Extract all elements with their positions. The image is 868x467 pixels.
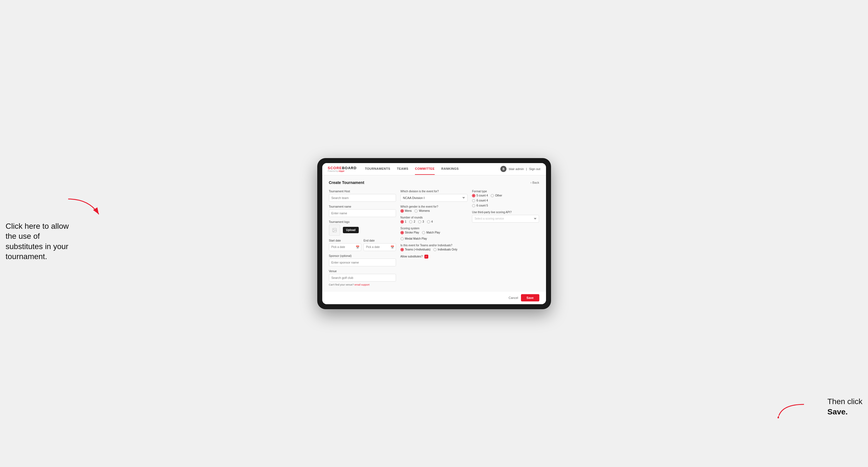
gender-womens[interactable]: Womens [414,209,430,213]
format-5count4-radio[interactable] [472,194,475,197]
navigation: SCOREBOARD Powered by clippd TOURNAMENTS… [322,163,546,175]
scoring-match[interactable]: Match Play [422,231,440,234]
scoring-match-radio[interactable] [422,231,425,234]
tournament-host-group: Tournament Host [329,190,396,202]
allow-substitutes-item: Allow substitutes? ✓ [400,255,468,258]
save-button[interactable]: Save [521,294,539,302]
format-5count4[interactable]: 5 count 4 [472,194,488,197]
logo-brand: clippd [338,170,344,172]
event-individuals[interactable]: Individuals Only [433,248,458,251]
upload-button[interactable]: Upload [343,227,359,233]
event-teams[interactable]: Teams (+Individuals) [400,248,431,251]
form-col-1: Tournament Host Tournament name Tourname… [329,190,396,286]
back-link[interactable]: Back [530,181,539,184]
page-content: Create Tournament Back Tournament Host T… [322,175,546,291]
annotation-right: Then click Save. [827,397,862,417]
rounds-1[interactable]: 1 [400,220,407,223]
rounds-2-radio[interactable] [409,220,412,223]
gender-radio-group: Mens Womens [400,209,468,213]
scoring-stroke-label: Stroke Play [405,231,419,234]
rounds-1-label: 1 [405,220,407,223]
end-date-label: End date [364,239,396,242]
tournament-logo-label: Tournament logo [329,220,396,223]
page-footer: Cancel Save [322,291,546,304]
format-6count5-label: 6 count 5 [476,204,488,207]
event-type-radio-group: Teams (+Individuals) Individuals Only [400,248,468,251]
gender-label: Which gender is the event for? [400,205,468,208]
rounds-2-label: 2 [413,220,415,223]
scoring-api-select[interactable]: Select a scoring service [472,215,539,223]
tournament-name-group: Tournament name [329,205,396,217]
format-row-1: 5 count 4 Other [472,194,539,197]
rounds-3-radio[interactable] [418,220,421,223]
rounds-2[interactable]: 2 [409,220,415,223]
tablet-screen: SCOREBOARD Powered by clippd TOURNAMENTS… [322,163,546,304]
nav-separator: | [526,167,527,170]
start-date-label: Start date [329,239,362,242]
scoring-api-label: Use third-party live scoring API? [472,211,539,214]
tournament-host-input[interactable] [329,194,396,202]
format-6count4-label: 6 count 4 [476,199,488,202]
nav-committee[interactable]: COMMITTEE [415,163,435,175]
scoring-medal[interactable]: Medal Match Play [400,237,427,241]
event-teams-radio[interactable] [400,248,404,251]
allow-substitutes-checkbox[interactable]: ✓ [425,255,428,258]
cancel-button[interactable]: Cancel [509,296,518,300]
scoring-match-label: Match Play [426,231,440,234]
sponsor-group: Sponsor (optional) [329,254,396,266]
start-date-wrap: 📅 [329,243,362,251]
format-6count5-radio[interactable] [472,204,475,207]
rounds-4[interactable]: 4 [427,220,433,223]
gender-mens-label: Mens [405,209,412,212]
rounds-3-label: 3 [423,220,424,223]
nav-tournaments[interactable]: TOURNAMENTS [365,163,390,175]
nav-rankings[interactable]: RANKINGS [441,163,459,175]
division-group: Which division is the event for? NCAA Di… [400,190,468,202]
format-other[interactable]: Other [491,194,502,197]
rounds-3[interactable]: 3 [418,220,424,223]
format-other-label: Other [495,194,502,197]
format-6count4-radio[interactable] [472,199,475,202]
rounds-1-dot [401,221,403,223]
scoring-medal-radio[interactable] [400,237,404,241]
format-options: 5 count 4 Other 6 count 4 [472,194,539,207]
start-date-group: Start date 📅 [329,239,362,251]
venue-input[interactable] [329,274,396,282]
event-individuals-radio[interactable] [433,248,437,251]
scoring-medal-label: Medal Match Play [405,237,427,240]
gender-womens-radio[interactable] [414,209,418,213]
format-other-radio[interactable] [491,194,494,197]
tournament-name-input[interactable] [329,209,396,217]
annotation-arrow-right [778,402,805,418]
division-select[interactable]: NCAA Division I [400,194,468,202]
gender-mens[interactable]: Mens [400,209,412,213]
scoring-stroke-radio[interactable] [400,231,404,234]
event-individuals-label: Individuals Only [438,248,458,251]
rounds-1-radio[interactable] [400,220,404,223]
calendar-icon-end: 📅 [391,245,394,249]
scoring-stroke-dot [401,232,403,234]
scoring-stroke[interactable]: Stroke Play [400,231,419,234]
gender-mens-radio[interactable] [400,209,404,213]
allow-substitutes-group: Allow substitutes? ✓ [400,255,468,258]
sponsor-input[interactable] [329,258,396,266]
nav-teams[interactable]: TEAMS [397,163,408,175]
format-6count4[interactable]: 6 count 4 [472,199,488,202]
email-support-link[interactable]: email support [354,283,370,286]
format-5count4-dot [473,195,474,196]
venue-label: Venue [329,270,396,273]
format-6count5[interactable]: 6 count 5 [472,204,488,207]
division-label: Which division is the event for? [400,190,468,193]
form-grid: Tournament Host Tournament name Tourname… [329,190,539,286]
gender-mens-dot [401,210,403,212]
sign-out-link[interactable]: Sign out [529,167,540,170]
tournament-host-label: Tournament Host [329,190,396,193]
rounds-4-radio[interactable] [427,220,430,223]
logo: SCOREBOARD Powered by clippd [328,166,357,172]
form-col-3: Format type 5 count 4 [472,190,539,286]
nav-items: TOURNAMENTS TEAMS COMMITTEE RANKINGS [365,163,500,175]
scoring-label: Scoring system [400,227,468,230]
venue-group: Venue Can't find your venue? email suppo… [329,270,396,286]
event-type-label: Is this event for Teams and/or Individua… [400,244,468,247]
rounds-radio-group: 1 2 3 4 [400,220,468,223]
